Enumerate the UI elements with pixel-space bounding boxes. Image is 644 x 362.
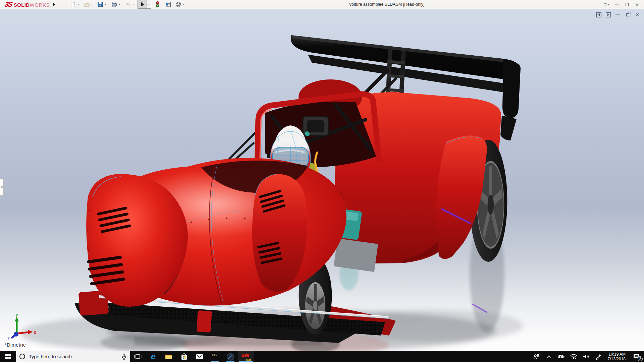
windows-logo-icon: [5, 354, 11, 359]
taskbar-solidworks-button[interactable]: SW 2017: [238, 351, 254, 362]
minimize-button[interactable]: —: [613, 0, 621, 8]
notification-badge: 2: [638, 356, 643, 361]
orientation-triad: Y X Z: [5, 313, 39, 341]
microphone-icon[interactable]: [121, 353, 127, 360]
desktop: 3S SOLIDWORKS: [0, 0, 644, 362]
windows-ink-button[interactable]: [593, 351, 603, 362]
taskbar-file-explorer-button[interactable]: [161, 351, 176, 362]
new-document-dropdown[interactable]: [77, 4, 79, 5]
cortana-icon: [19, 354, 25, 359]
microsoft-store-icon: [180, 353, 188, 361]
open-button[interactable]: [83, 0, 91, 8]
people-icon: [533, 353, 540, 360]
pen-icon: [595, 353, 602, 360]
file-explorer-icon: [164, 353, 173, 361]
taskbar-hexagon-app-button[interactable]: [223, 351, 238, 362]
triad-z-label: Z: [7, 337, 10, 341]
clock-date: 7/13/2018: [608, 357, 626, 361]
quick-access-toolbar: [69, 0, 188, 9]
print-button[interactable]: [110, 0, 118, 8]
task-view-icon: [134, 353, 142, 360]
select-tool-dropdown[interactable]: [147, 0, 151, 8]
file-properties-button[interactable]: [164, 0, 172, 8]
feature-panel-collapsed-tab[interactable]: [0, 178, 4, 196]
taskbar-mail-button[interactable]: [192, 351, 207, 362]
save-button[interactable]: [96, 0, 104, 8]
taskbar-search-box[interactable]: Type here to search: [16, 351, 130, 362]
select-tool-group: [138, 0, 151, 9]
start-button[interactable]: [0, 351, 16, 362]
document-restore-button[interactable]: [625, 12, 630, 17]
network-button[interactable]: [569, 351, 579, 362]
view-orientation-label: *Dimetric: [5, 342, 26, 348]
print-dropdown[interactable]: [118, 4, 120, 5]
rebuild-traffic-light-icon: [155, 1, 160, 8]
new-document-icon: [70, 1, 76, 7]
help-glyph: ?: [604, 2, 607, 7]
clock-time: 10:19 AM: [608, 352, 626, 357]
speaker-icon: [582, 354, 590, 360]
edge-icon: e: [151, 352, 156, 361]
menu-flyout-arrow-icon[interactable]: [53, 3, 55, 6]
taskbar-store-button[interactable]: [176, 351, 192, 362]
solidworks-logo: 3S SOLIDWORKS: [0, 0, 50, 8]
document-close-button[interactable]: ✕: [635, 12, 640, 17]
undo-button[interactable]: [124, 0, 132, 8]
action-center-button[interactable]: 2: [630, 351, 643, 362]
sw-icon-letters: SW: [241, 352, 249, 358]
select-tool-button[interactable]: [138, 0, 147, 8]
print-icon: [111, 1, 117, 7]
document-minimize-button[interactable]: —: [615, 11, 621, 17]
solidworks-logo-mark-icon: 3S: [4, 0, 12, 8]
battery-button[interactable]: [556, 351, 566, 362]
triad-x-label: X: [34, 330, 36, 335]
people-button[interactable]: [531, 351, 541, 362]
document-window-controls: — ✕: [596, 12, 640, 17]
triad-y-label: Y: [15, 313, 18, 318]
options-dropdown[interactable]: [183, 4, 185, 5]
sw-icon-year: 2017: [246, 359, 251, 361]
hidden-icons-button[interactable]: [544, 351, 554, 362]
open-dropdown[interactable]: [91, 4, 93, 5]
file-properties-icon: [165, 1, 171, 7]
document-restore-icon: [626, 13, 629, 16]
save-dropdown[interactable]: [105, 4, 107, 5]
taskbar-edge-button[interactable]: e: [146, 351, 161, 362]
select-cursor-icon: [139, 1, 145, 7]
new-document-button[interactable]: [69, 0, 77, 8]
open-folder-icon: [84, 1, 90, 7]
help-dropdown-icon: [607, 4, 609, 5]
car-model-render: [0, 9, 644, 351]
taskbar: Type here to search e: [0, 351, 644, 362]
panel-tab-dot-icon: [1, 186, 3, 188]
hexagon-app-icon: [226, 352, 235, 361]
gear-icon: [175, 1, 182, 8]
command-prompt-icon: C:\: [211, 353, 219, 360]
options-button[interactable]: [174, 0, 182, 8]
taskbar-command-prompt-button[interactable]: C:\: [207, 351, 223, 362]
titlebar: 3S SOLIDWORKS: [0, 0, 644, 9]
solidworks-2017-icon: SW 2017: [241, 352, 251, 361]
wifi-icon: [570, 354, 577, 359]
restore-icon: [626, 3, 629, 6]
brand-solid-text: SOLID: [14, 2, 30, 8]
system-tray: 10:19 AM 7/13/2018 2: [531, 351, 644, 362]
close-button[interactable]: ✕: [633, 1, 641, 8]
next-pane-button[interactable]: [606, 12, 611, 17]
graphics-viewport[interactable]: — ✕ Y X Z *Dimetric: [0, 9, 644, 351]
volume-button[interactable]: [581, 351, 591, 362]
help-button[interactable]: ?: [603, 1, 610, 8]
undo-icon: [125, 1, 131, 7]
chevron-up-icon: [546, 354, 551, 359]
previous-pane-button[interactable]: [596, 12, 601, 17]
brand-works-text: WORKS: [30, 2, 50, 8]
mail-icon: [195, 353, 204, 360]
undo-dropdown[interactable]: [132, 4, 134, 5]
search-placeholder-text: Type here to search: [29, 354, 117, 359]
restore-button[interactable]: [623, 1, 631, 8]
rebuild-button[interactable]: [154, 0, 162, 8]
taskbar-clock[interactable]: 10:19 AM 7/13/2018: [606, 352, 628, 361]
right-arrow-icon: [607, 13, 609, 16]
battery-charging-icon: [557, 354, 565, 359]
task-view-button[interactable]: [130, 351, 146, 362]
